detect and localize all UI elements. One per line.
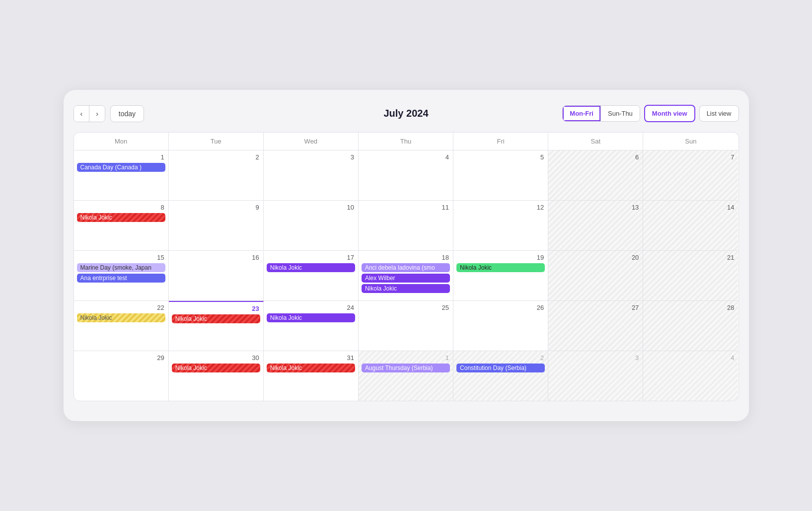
- calendar-event[interactable]: Marine Day (smoke, Japan: [77, 263, 165, 272]
- calendar-event[interactable]: Nikola Jokic: [77, 213, 165, 222]
- list-view-button[interactable]: List view: [699, 105, 739, 122]
- calendar-day-30[interactable]: 30Nikola Jokic: [169, 351, 264, 401]
- day-number: 5: [456, 153, 545, 161]
- calendar-body: 1Canada Day (Canada )2345678Nikola Jokic…: [74, 150, 738, 401]
- calendar-day-1-next[interactable]: 1August Thursday (Serbia): [359, 351, 453, 401]
- calendar-day-14[interactable]: 14: [643, 201, 738, 250]
- day-number: 4: [362, 153, 450, 161]
- calendar-day-4-next[interactable]: 4: [643, 351, 738, 401]
- calendar-event[interactable]: Nikola Jokic: [456, 263, 545, 272]
- day-number: 10: [267, 204, 355, 211]
- day-number: 30: [172, 354, 260, 362]
- calendar-week-3: 15Marine Day (smoke, JapanAna entrprise …: [74, 251, 738, 301]
- calendar-event[interactable]: Nikola Jokic: [362, 284, 450, 293]
- calendar-day-19[interactable]: 19Nikola Jokic: [453, 251, 548, 300]
- day-number: 3: [551, 354, 640, 362]
- day-number: 7: [646, 153, 735, 161]
- next-button[interactable]: ›: [89, 106, 105, 122]
- day-number: 29: [77, 354, 165, 362]
- calendar-event[interactable]: August Thursday (Serbia): [362, 364, 450, 372]
- calendar-day-11[interactable]: 11: [359, 201, 453, 250]
- calendar-day-28[interactable]: 28: [643, 301, 738, 351]
- day-number: 26: [456, 304, 545, 311]
- calendar-day-10[interactable]: 10: [264, 201, 359, 250]
- calendar-day-4[interactable]: 4: [359, 150, 453, 200]
- calendar-title: July 2024: [383, 108, 428, 119]
- calendar-event[interactable]: Canada Day (Canada ): [77, 163, 165, 172]
- prev-button[interactable]: ‹: [74, 106, 90, 122]
- calendar-event[interactable]: Anci debela ladovina (smo: [362, 263, 450, 272]
- calendar-day-18[interactable]: 18Anci debela ladovina (smoAlex WilberNi…: [359, 251, 453, 300]
- weekday-header-fri: Fri: [453, 133, 548, 150]
- calendar-event[interactable]: Nikola Jokic: [172, 364, 260, 372]
- calendar-day-25[interactable]: 25: [359, 301, 453, 351]
- weekday-header-mon: Mon: [74, 133, 169, 150]
- calendar-day-20[interactable]: 20: [548, 251, 643, 300]
- day-number: 25: [362, 304, 450, 311]
- calendar-day-21[interactable]: 21: [643, 251, 738, 300]
- calendar-day-24[interactable]: 24Nikola Jokic: [264, 301, 359, 351]
- day-number: 12: [456, 204, 545, 211]
- day-number: 1: [77, 153, 165, 161]
- calendar-event[interactable]: Ana entrprise test: [77, 274, 165, 283]
- day-number: 21: [646, 254, 735, 261]
- calendar-grid: MonTueWedThuFriSatSun 1Canada Day (Canad…: [74, 132, 739, 401]
- day-number: 13: [551, 204, 640, 211]
- day-number: 14: [646, 204, 735, 211]
- calendar-day-27[interactable]: 27: [548, 301, 643, 351]
- calendar-day-26[interactable]: 26: [453, 301, 548, 351]
- day-number: 16: [172, 254, 260, 261]
- day-number: 6: [551, 153, 640, 161]
- calendar-day-8[interactable]: 8Nikola Jokic: [74, 201, 169, 250]
- calendar-day-9[interactable]: 9: [169, 201, 264, 250]
- calendar-week-5: 2930Nikola Jokic31Nikola Jokic1August Th…: [74, 351, 738, 401]
- calendar-day-16[interactable]: 16: [169, 251, 264, 300]
- calendar-event[interactable]: Nikola Jokic: [267, 364, 355, 372]
- day-number: 19: [456, 254, 545, 261]
- calendar-week-2: 8Nikola Jokic91011121314: [74, 201, 738, 251]
- calendar-event[interactable]: Alex Wilber: [362, 274, 450, 283]
- calendar-day-1[interactable]: 1Canada Day (Canada ): [74, 150, 169, 200]
- day-number: 8: [77, 204, 165, 211]
- day-number: 24: [267, 304, 355, 311]
- calendar-event[interactable]: Nikola Jokic: [172, 314, 260, 323]
- day-number: 3: [267, 153, 355, 161]
- calendar-day-7[interactable]: 7: [643, 150, 738, 200]
- day-number: 15: [77, 254, 165, 261]
- week-filter-group: Mon-Fri Sun-Thu: [562, 105, 640, 122]
- calendar-day-2[interactable]: 2: [169, 150, 264, 200]
- calendar-day-23[interactable]: 23Nikola Jokic: [169, 301, 264, 351]
- calendar-day-5[interactable]: 5: [453, 150, 548, 200]
- day-number: 23: [172, 305, 260, 312]
- weekday-header-tue: Tue: [169, 133, 264, 150]
- month-view-button[interactable]: Month view: [644, 105, 695, 122]
- today-button[interactable]: today: [110, 105, 144, 122]
- calendar-day-29[interactable]: 29: [74, 351, 169, 401]
- weekday-header-sat: Sat: [548, 133, 643, 150]
- weekday-header-sun: Sun: [643, 133, 738, 150]
- day-number: 27: [551, 304, 640, 311]
- calendar-day-17[interactable]: 17Nikola Jokic: [264, 251, 359, 300]
- calendar-event[interactable]: Nikola Jokic: [77, 313, 165, 322]
- weekday-headers: MonTueWedThuFriSatSun: [74, 133, 738, 150]
- calendar-day-6[interactable]: 6: [548, 150, 643, 200]
- sun-thu-button[interactable]: Sun-Thu: [601, 106, 640, 121]
- calendar-day-2-next[interactable]: 2Constitution Day (Serbia): [453, 351, 548, 401]
- day-number: 2: [172, 153, 260, 161]
- calendar-day-22[interactable]: 22Nikola Jokic: [74, 301, 169, 351]
- calendar-header: ‹ › today July 2024 Mon-Fri Sun-Thu Mont…: [74, 105, 739, 122]
- calendar-day-13[interactable]: 13: [548, 201, 643, 250]
- day-number: 18: [362, 254, 450, 261]
- day-number: 11: [362, 204, 450, 211]
- calendar-event[interactable]: Nikola Jokic: [267, 263, 355, 272]
- calendar-event[interactable]: Constitution Day (Serbia): [456, 364, 545, 372]
- calendar-day-31[interactable]: 31Nikola Jokic: [264, 351, 359, 401]
- calendar-day-3-next[interactable]: 3: [548, 351, 643, 401]
- day-number: 1: [362, 354, 450, 362]
- calendar-event[interactable]: Nikola Jokic: [267, 313, 355, 322]
- calendar-day-12[interactable]: 12: [453, 201, 548, 250]
- calendar-day-15[interactable]: 15Marine Day (smoke, JapanAna entrprise …: [74, 251, 169, 300]
- calendar-day-3[interactable]: 3: [264, 150, 359, 200]
- mon-fri-button[interactable]: Mon-Fri: [563, 106, 601, 121]
- app-container: ‹ › today July 2024 Mon-Fri Sun-Thu Mont…: [64, 90, 749, 421]
